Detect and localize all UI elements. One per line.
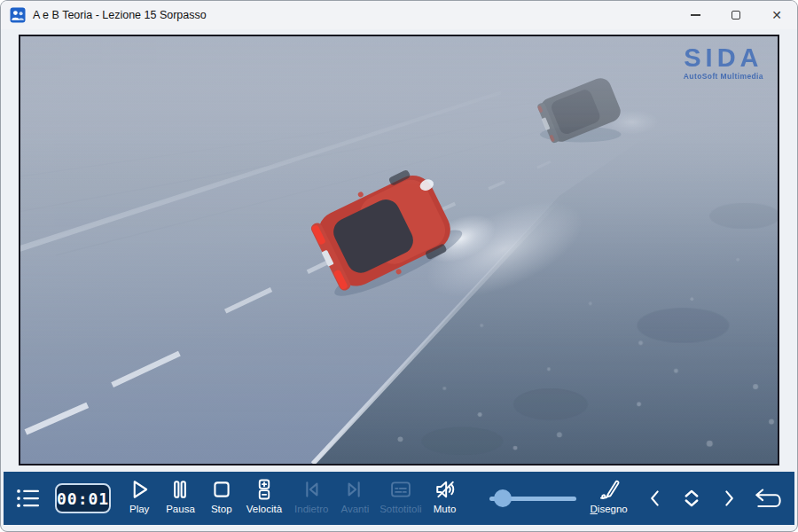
nav-scroll-button[interactable] (678, 477, 705, 520)
subtitles-label: Sottotitoli (379, 504, 421, 514)
play-button[interactable]: Play (127, 474, 152, 522)
chevron-right-icon (717, 486, 740, 511)
stop-icon (209, 477, 234, 502)
speed-plus-minus-icon (252, 477, 277, 502)
play-label: Play (129, 504, 149, 514)
mute-label: Muto (434, 504, 457, 514)
subtitles-icon (388, 477, 413, 502)
draw-label-initial: D (591, 504, 598, 514)
subtitles-button[interactable]: Sottotitoli (379, 474, 421, 522)
mute-button[interactable]: Muto (433, 474, 458, 522)
playlist-button[interactable] (12, 474, 43, 522)
volume-slider[interactable] (489, 487, 576, 510)
speed-button[interactable]: Velocità (246, 474, 282, 522)
minimize-button[interactable] (675, 1, 716, 29)
return-button[interactable] (752, 477, 786, 520)
speaker-muted-icon (433, 477, 458, 502)
distance-haze (20, 36, 778, 185)
player-toolbar: 00:01 Play Pausa Stop Velocità (4, 472, 794, 525)
draw-button[interactable]: Disegno (591, 474, 628, 522)
speed-label: Velocità (246, 504, 282, 514)
video-scene (20, 36, 778, 464)
minimize-icon (691, 14, 700, 15)
back-label: Indietro (294, 504, 328, 514)
app-people-icon (10, 7, 26, 23)
stop-label: Stop (211, 504, 232, 514)
forward-button[interactable]: Avanti (340, 474, 369, 522)
nav-next-button[interactable] (717, 477, 741, 520)
chevron-left-icon (644, 486, 667, 511)
app-window: A e B Teoria - Lezione 15 Sorpasso ✕ (0, 0, 798, 532)
title-bar: A e B Teoria - Lezione 15 Sorpasso ✕ (1, 1, 797, 29)
close-icon: ✕ (771, 9, 782, 21)
window-controls: ✕ (675, 1, 797, 29)
skip-previous-icon (299, 477, 324, 502)
skip-next-icon (342, 477, 367, 502)
window-title: A e B Teoria - Lezione 15 Sorpasso (33, 9, 207, 21)
pen-signature-icon (596, 477, 622, 502)
close-button[interactable]: ✕ (756, 1, 797, 29)
timer-value: 00:01 (57, 489, 109, 508)
maximize-icon (732, 11, 740, 20)
forward-label: Avanti (340, 504, 369, 514)
draw-label: Disegno (591, 504, 628, 514)
timer-display: 00:01 (55, 483, 111, 513)
chevron-up-down-icon (678, 485, 705, 512)
bulleted-list-icon (12, 485, 43, 512)
return-arrow-icon (752, 486, 786, 511)
slider-handle[interactable] (494, 489, 512, 507)
play-icon (127, 477, 152, 502)
nav-previous-button[interactable] (644, 477, 668, 520)
pause-label: Pausa (166, 504, 195, 514)
back-button[interactable]: Indietro (294, 474, 328, 522)
pause-icon (168, 477, 192, 502)
draw-label-rest: isegno (598, 504, 628, 514)
pause-button[interactable]: Pausa (166, 474, 195, 522)
stop-button[interactable]: Stop (209, 474, 234, 522)
maximize-button[interactable] (716, 1, 756, 29)
video-viewport[interactable]: SIDA AutoSoft Multimedia (19, 35, 779, 466)
